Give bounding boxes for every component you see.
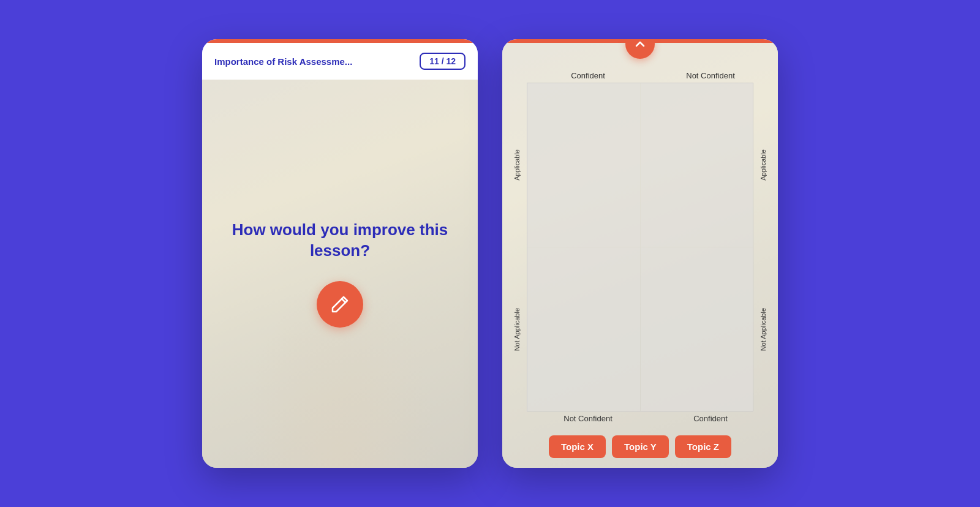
- bottom-label-not-confident: Not Confident: [527, 414, 649, 423]
- topic-chip-x[interactable]: Topic X: [549, 435, 606, 458]
- lesson-title: Importance of Risk Assessme...: [214, 56, 352, 67]
- left-label-not-applicable: Not Applicable: [508, 247, 526, 412]
- matrix-top-labels: Confident Not Confident: [527, 71, 772, 80]
- top-label-not-confident: Not Confident: [649, 71, 772, 80]
- right-card-inner: Confident Not Confident Applicable Not A…: [502, 43, 778, 468]
- chevron-up-icon: [633, 39, 647, 51]
- left-card-body: How would you improve this lesson?: [202, 80, 478, 468]
- screens-container: Importance of Risk Assessme... 11 / 12 H…: [202, 39, 778, 468]
- left-card-content: How would you improve this lesson?: [202, 220, 478, 328]
- right-label-applicable: Applicable: [755, 83, 772, 247]
- right-card-content: Confident Not Confident Applicable Not A…: [502, 43, 778, 468]
- lesson-question: How would you improve this lesson?: [202, 220, 478, 261]
- edit-button[interactable]: [317, 281, 363, 328]
- left-label-applicable: Applicable: [508, 83, 526, 247]
- right-card: Confident Not Confident Applicable Not A…: [502, 39, 778, 468]
- matrix-area: Confident Not Confident Applicable Not A…: [508, 71, 772, 423]
- up-arrow-container: [502, 43, 778, 61]
- matrix-cell-tl: [527, 83, 640, 247]
- matrix-cell-tr: [641, 83, 753, 247]
- right-label-not-applicable: Not Applicable: [755, 247, 772, 412]
- left-card: Importance of Risk Assessme... 11 / 12 H…: [202, 39, 478, 468]
- topic-chip-z[interactable]: Topic Z: [675, 435, 731, 458]
- left-card-header: Importance of Risk Assessme... 11 / 12: [202, 43, 478, 80]
- matrix-right-labels: Applicable Not Applicable: [755, 83, 772, 411]
- matrix-cell-bl: [527, 247, 640, 411]
- matrix-cell-br: [641, 247, 753, 411]
- matrix-middle: Applicable Not Applicable: [508, 83, 772, 411]
- matrix-bottom-labels: Not Confident Confident: [527, 414, 772, 423]
- up-arrow-button[interactable]: [625, 39, 655, 59]
- topic-chips: Topic X Topic Y Topic Z: [502, 428, 778, 468]
- matrix-grid: [527, 83, 753, 411]
- topic-chip-y[interactable]: Topic Y: [612, 435, 669, 458]
- matrix-grid-outer: [527, 83, 753, 411]
- top-label-confident: Confident: [527, 71, 649, 80]
- matrix-wrapper: Confident Not Confident Applicable Not A…: [502, 61, 778, 428]
- bottom-label-confident: Confident: [649, 414, 772, 423]
- matrix-left-labels: Applicable Not Applicable: [508, 83, 526, 411]
- pencil-icon: [330, 295, 350, 314]
- progress-badge: 11 / 12: [420, 53, 466, 70]
